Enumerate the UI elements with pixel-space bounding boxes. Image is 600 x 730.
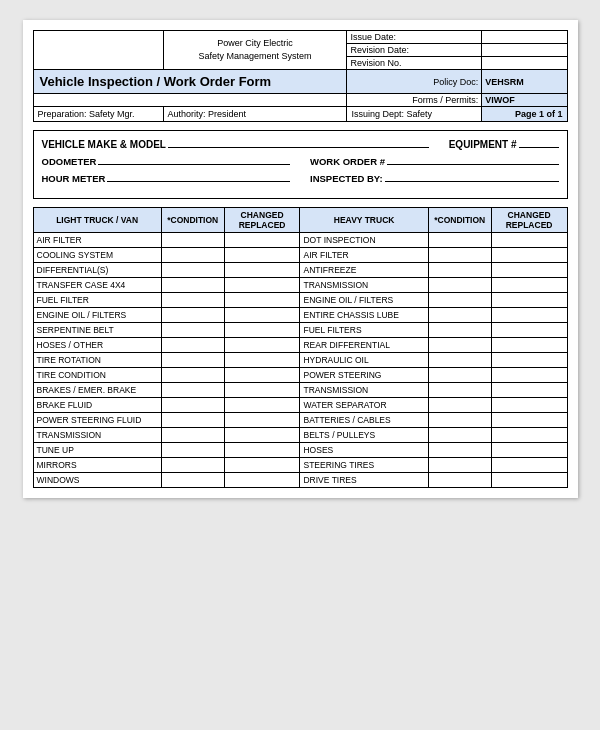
table-row: MIRRORSSTEERING TIRES: [33, 458, 567, 473]
policy-doc-value: VEHSRM: [482, 70, 567, 94]
ht-item: POWER STEERING: [300, 368, 428, 383]
lt-condition: [161, 473, 224, 488]
lt-item: TRANSMISSION: [33, 428, 161, 443]
odometer-label: ODOMETER: [42, 156, 97, 167]
ht-changed-replaced: [491, 233, 567, 248]
ht-condition: [428, 473, 491, 488]
ht-item: REAR DIFFERENTIAL: [300, 338, 428, 353]
ht-changed-replaced: [491, 473, 567, 488]
lt-condition: [161, 263, 224, 278]
lt-changed-replaced: [224, 473, 300, 488]
ht-condition: [428, 278, 491, 293]
lt-item: COOLING SYSTEM: [33, 248, 161, 263]
ht-condition: [428, 398, 491, 413]
ht-item: HOSES: [300, 443, 428, 458]
ht-condition: [428, 263, 491, 278]
lt-changed-replaced: [224, 248, 300, 263]
forms-label: Forms / Permits:: [347, 94, 482, 107]
table-row: SERPENTINE BELTFUEL FILTERS: [33, 323, 567, 338]
ht-condition: [428, 458, 491, 473]
ht-changed-replaced: [491, 308, 567, 323]
ht-changed-replaced: [491, 443, 567, 458]
ht-item: DRIVE TIRES: [300, 473, 428, 488]
table-row: TRANSMISSIONBELTS / PULLEYS: [33, 428, 567, 443]
ht-condition: [428, 413, 491, 428]
ht-changed-replaced: [491, 428, 567, 443]
revision-no-label: Revision No.: [347, 57, 482, 70]
lt-item: TUNE UP: [33, 443, 161, 458]
issuing-label: Issuing Dept: Safety: [347, 107, 482, 122]
forms-value: VIWOF: [482, 94, 567, 107]
revision-date-value: [482, 44, 567, 57]
table-row: TRANSFER CASE 4X4TRANSMISSION: [33, 278, 567, 293]
lt-item: TIRE CONDITION: [33, 368, 161, 383]
lt-condition: [161, 458, 224, 473]
header-table: Power City Electric Safety Management Sy…: [33, 30, 568, 122]
ht-item: TRANSMISSION: [300, 383, 428, 398]
ht-item: DOT INSPECTION: [300, 233, 428, 248]
lt-changed-replaced: [224, 323, 300, 338]
lt-changed-replaced: [224, 398, 300, 413]
lt-condition: [161, 398, 224, 413]
ht-changed-replaced: [491, 293, 567, 308]
ht-changed-replaced: [491, 323, 567, 338]
info-section: VEHICLE MAKE & MODEL EQUIPMENT # ODOMETE…: [33, 130, 568, 199]
ht-item: ANTIFREEZE: [300, 263, 428, 278]
ht-item: BELTS / PULLEYS: [300, 428, 428, 443]
th-condition2: *CONDITION: [428, 208, 491, 233]
table-row: FUEL FILTERENGINE OIL / FILTERS: [33, 293, 567, 308]
table-row: TIRE ROTATIONHYDRAULIC OIL: [33, 353, 567, 368]
table-row: POWER STEERING FLUIDBATTERIES / CABLES: [33, 413, 567, 428]
system-name: Safety Management System: [168, 50, 343, 63]
ht-changed-replaced: [491, 248, 567, 263]
revision-date-label: Revision Date:: [347, 44, 482, 57]
table-row: WINDOWSDRIVE TIRES: [33, 473, 567, 488]
ht-changed-replaced: [491, 353, 567, 368]
lt-item: HOSES / OTHER: [33, 338, 161, 353]
th-heavy-truck: HEAVY TRUCK: [300, 208, 428, 233]
lt-item: TIRE ROTATION: [33, 353, 161, 368]
inspection-table: LIGHT TRUCK / VAN *CONDITION CHANGED REP…: [33, 207, 568, 488]
ht-condition: [428, 233, 491, 248]
table-row: BRAKE FLUIDWATER SEPARATOR: [33, 398, 567, 413]
inspected-by-group: INSPECTED BY:: [310, 173, 559, 184]
table-row: COOLING SYSTEMAIR FILTER: [33, 248, 567, 263]
lt-item: SERPENTINE BELT: [33, 323, 161, 338]
lt-changed-replaced: [224, 383, 300, 398]
ht-condition: [428, 383, 491, 398]
form-title: Vehicle Inspection / Work Order Form: [33, 70, 347, 94]
table-row: DIFFERENTIAL(S)ANTIFREEZE: [33, 263, 567, 278]
ht-changed-replaced: [491, 338, 567, 353]
lt-changed-replaced: [224, 338, 300, 353]
header-left-cell: [33, 31, 163, 70]
ht-item: STEERING TIRES: [300, 458, 428, 473]
ht-item: AIR FILTER: [300, 248, 428, 263]
issue-date-value: [482, 31, 567, 44]
ht-item: BATTERIES / CABLES: [300, 413, 428, 428]
header-center-cell: Power City Electric Safety Management Sy…: [163, 31, 347, 70]
ht-condition: [428, 428, 491, 443]
prep-label: Preparation: Safety Mgr.: [33, 107, 163, 122]
vehicle-row: VEHICLE MAKE & MODEL EQUIPMENT #: [42, 139, 559, 150]
auth-label: Authority: President: [163, 107, 347, 122]
lt-changed-replaced: [224, 278, 300, 293]
policy-doc-label: Policy Doc:: [347, 70, 482, 94]
table-row: ENGINE OIL / FILTERSENTIRE CHASSIS LUBE: [33, 308, 567, 323]
ht-condition: [428, 248, 491, 263]
lt-condition: [161, 443, 224, 458]
lt-item: MIRRORS: [33, 458, 161, 473]
lt-item: BRAKES / EMER. BRAKE: [33, 383, 161, 398]
hour-meter-group: HOUR METER: [42, 173, 291, 184]
lt-item: TRANSFER CASE 4X4: [33, 278, 161, 293]
odometer-row: ODOMETER WORK ORDER #: [42, 156, 559, 167]
lt-item: WINDOWS: [33, 473, 161, 488]
ht-item: ENGINE OIL / FILTERS: [300, 293, 428, 308]
lt-condition: [161, 308, 224, 323]
lt-item: AIR FILTER: [33, 233, 161, 248]
lt-changed-replaced: [224, 263, 300, 278]
equipment-group: EQUIPMENT #: [449, 139, 559, 150]
ht-changed-replaced: [491, 383, 567, 398]
ht-item: FUEL FILTERS: [300, 323, 428, 338]
lt-condition: [161, 428, 224, 443]
lt-changed-replaced: [224, 428, 300, 443]
